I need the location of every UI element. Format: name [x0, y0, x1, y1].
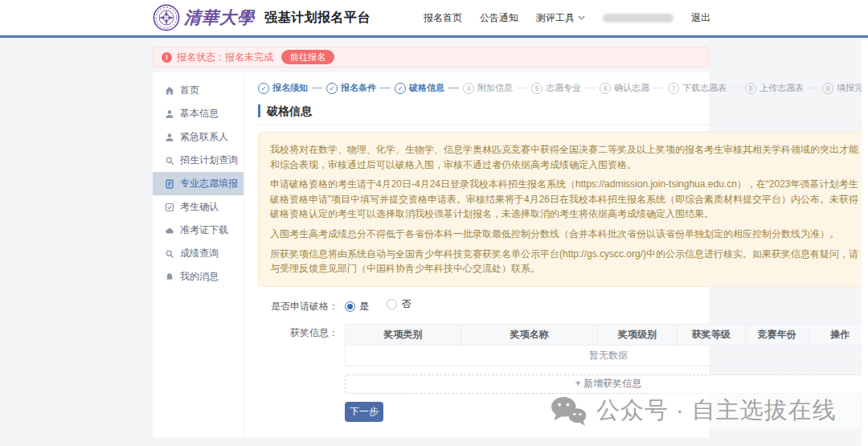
chevron-down-icon [578, 15, 585, 20]
top-nav: 报名首页 公告通知 测评工具 退出 [424, 0, 710, 35]
col-award-category: 奖项类别 [346, 324, 461, 345]
empty-data-text: 暂无数据 [346, 345, 868, 366]
sidebar: 首页 基本信息 紧急联系人 招生计划查询 专业志愿填报 考生确认 [153, 72, 244, 438]
alert-text: 报名状态：报名未完成 [177, 51, 273, 64]
step-download-form: 7下载志愿表 [668, 82, 727, 94]
cloud-download-icon [165, 226, 174, 235]
exception-notice-box: 我校将对在数学、物理、化学、生物学、信息学奥林匹克竞赛中获得全国决赛二等奖及以上… [258, 132, 868, 287]
step-upload-form: 8上传志愿表 [745, 82, 804, 94]
notice-paragraph: 所获奖项信息将由系统自动与全国青少年科技竞赛获奖名单公示平台(http://gs… [270, 247, 860, 276]
user-icon [165, 109, 174, 119]
radio-selected-icon [345, 301, 355, 312]
step-connector [653, 88, 664, 88]
step-connector [585, 88, 596, 88]
step-exception-info: ✓破格信息 [395, 82, 444, 94]
sidebar-item-label: 准考证下载 [180, 223, 228, 237]
empty-row: 暂无数据 [346, 345, 868, 366]
warning-icon: ! [162, 52, 172, 63]
sidebar-item-ticket-download[interactable]: 准考证下载 [153, 219, 244, 242]
apply-exception-label: 是否申请破格： [258, 297, 338, 313]
radio-unselected-icon [387, 299, 397, 309]
university-wordmark: 清華大學 [184, 6, 255, 29]
bell-icon [165, 272, 174, 282]
step-confirm-preference: 6确认志愿 [600, 82, 649, 94]
check-circle-icon: ✓ [258, 83, 269, 94]
sidebar-item-label: 招生计划查询 [180, 153, 238, 167]
step-connector [731, 88, 741, 88]
wechat-icon [550, 395, 587, 426]
step-connector [808, 88, 818, 88]
tsinghua-seal-icon [153, 4, 180, 31]
top-header: 清華大學 强基计划报名平台 报名首页 公告通知 测评工具 退出 [0, 0, 868, 38]
step-number-icon: 5 [531, 83, 542, 94]
step-connector [448, 88, 459, 88]
step-conditions: ✓报名条件 [326, 82, 376, 94]
col-award-level: 奖项级别 [598, 324, 677, 345]
check-circle-icon: ✓ [326, 83, 338, 94]
main-card: 首页 基本信息 紧急联系人 招生计划查询 专业志愿填报 考生确认 [153, 72, 709, 438]
nav-home[interactable]: 报名首页 [424, 11, 462, 25]
sidebar-item-admission-plan-query[interactable]: 招生计划查询 [153, 149, 244, 172]
logo: 清華大學 强基计划报名平台 [153, 4, 371, 31]
sidebar-item-label: 基本信息 [180, 107, 219, 121]
registration-status-alert: ! 报名状态：报名未完成 前往报名 [153, 47, 709, 68]
sidebar-item-major-preference[interactable]: 专业志愿填报 [153, 172, 244, 195]
sidebar-item-label: 成绩查询 [180, 247, 219, 260]
awards-label: 获奖信息： [258, 324, 338, 394]
col-award-grade: 获奖等级 [677, 324, 745, 345]
sidebar-item-label: 我的消息 [180, 270, 219, 284]
notice-paragraph: 我校将对在数学、物理、化学、生物学、信息学奥林匹克竞赛中获得全国决赛二等奖及以上… [270, 142, 860, 172]
step-number-icon: 6 [600, 83, 611, 94]
sidebar-item-score-query[interactable]: 成绩查询 [153, 242, 244, 265]
watermark: 公众号 · 自主选拔在线 [550, 395, 837, 427]
step-notice: ✓报名须知 [258, 82, 308, 94]
content-area: ✓报名须知 ✓报名条件 ✓破格信息 4附加信息 5志愿专业 6确认志愿 7下载志… [244, 72, 868, 438]
sidebar-item-emergency-contact[interactable]: 紧急联系人 [153, 125, 244, 149]
radio-yes-label: 是 [359, 300, 369, 313]
next-step-button[interactable]: 下一步 [345, 402, 383, 422]
radio-no-label: 否 [401, 297, 411, 311]
page-title: 破格信息 [258, 104, 868, 117]
search-icon [165, 249, 174, 259]
sidebar-item-basic-info[interactable]: 基本信息 [153, 102, 244, 125]
user-name-redacted [603, 14, 674, 23]
user-icon [165, 133, 174, 142]
notice-paragraph: 入围考生高考成绩总分不得低于各省份本科一批录取最低控制分数线（合并本科批次省份以… [270, 227, 860, 242]
col-competition-year: 竞赛年份 [745, 324, 809, 345]
awards-control: 奖项类别 奖项名称 奖项级别 获奖等级 竞赛年份 操作 暂无数据 [345, 324, 868, 394]
progress-stepper: ✓报名须知 ✓报名条件 ✓破格信息 4附加信息 5志愿专业 6确认志愿 7下载志… [258, 82, 868, 94]
scrollbar-track[interactable] [862, 40, 868, 446]
notice-paragraph: 申请破格资格的考生请于4月20日-4月24日登录我校本科招生报名系统（https… [270, 177, 860, 222]
sidebar-item-my-messages[interactable]: 我的消息 [153, 265, 244, 288]
apply-exception-radios: 是 否 [345, 297, 868, 313]
step-connector [312, 88, 322, 88]
step-major-preference: 5志愿专业 [531, 82, 581, 94]
sidebar-item-home[interactable]: 首页 [153, 79, 244, 102]
sidebar-item-label: 考生确认 [180, 200, 219, 214]
col-award-name: 奖项名称 [461, 324, 598, 345]
radio-yes[interactable]: 是 [345, 300, 369, 313]
col-actions: 操作 [809, 324, 868, 345]
step-number-icon: 4 [463, 83, 474, 94]
check-circle-icon: ✓ [395, 83, 406, 94]
form-icon [165, 179, 174, 189]
logout-button[interactable]: 退出 [691, 11, 710, 25]
awards-row: 获奖信息： 奖项类别 奖项名称 奖项级别 获奖等级 竞赛年份 操作 [258, 324, 868, 394]
awards-table-header-row: 奖项类别 奖项名称 奖项级别 获奖等级 竞赛年份 操作 [346, 324, 868, 345]
awards-table: 奖项类别 奖项名称 奖项级别 获奖等级 竞赛年份 操作 暂无数据 [345, 324, 868, 366]
sidebar-item-label: 紧急联系人 [180, 130, 228, 144]
divider [258, 125, 868, 125]
check-square-icon [165, 203, 174, 212]
sidebar-item-candidate-confirm[interactable]: 考生确认 [153, 195, 244, 219]
radio-no[interactable]: 否 [387, 297, 411, 311]
nav-assessment-tools[interactable]: 测评工具 [536, 11, 585, 25]
app-screen: 清華大學 强基计划报名平台 报名首页 公告通知 测评工具 退出 ! 报名状态：报… [0, 0, 868, 446]
step-connector [517, 88, 527, 88]
nav-announcements[interactable]: 公告通知 [480, 11, 518, 25]
sidebar-item-label: 专业志愿填报 [180, 177, 238, 190]
platform-title: 强基计划报名平台 [264, 10, 371, 27]
home-icon [165, 86, 174, 96]
step-number-icon: 7 [668, 83, 679, 94]
go-register-button[interactable]: 前往报名 [281, 50, 334, 64]
sidebar-item-label: 首页 [180, 84, 199, 97]
